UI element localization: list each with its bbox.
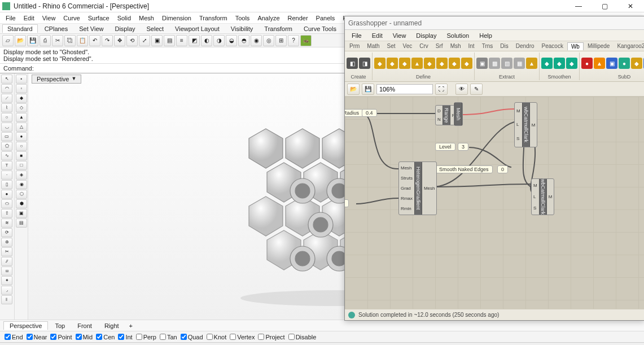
vtab-add-button[interactable]: + <box>126 322 136 330</box>
curve-icon[interactable]: ∿ <box>1 151 12 160</box>
gh-define-tool-0-icon[interactable]: ◆ <box>374 58 385 69</box>
close-button[interactable]: ✕ <box>623 2 638 10</box>
polyline-icon[interactable]: ⌇ <box>1 103 12 112</box>
gh-define-tool-1-icon[interactable]: ◆ <box>387 58 398 69</box>
boolean-icon[interactable]: ⊕ <box>1 238 12 247</box>
osnap-vertex-checkbox[interactable] <box>230 334 236 340</box>
gh-menu-solution[interactable]: Solution <box>442 31 474 40</box>
gh-cat-dendro[interactable]: Dendro <box>512 42 538 50</box>
aux-tool-5-icon[interactable]: ▲ <box>16 113 27 122</box>
osnap-project-checkbox[interactable] <box>258 334 264 340</box>
gh-define-tool-7-icon[interactable]: ◆ <box>461 58 472 69</box>
osnap-point[interactable]: Point <box>50 334 72 340</box>
gh-subd-tool-4-icon[interactable]: ◆ <box>631 58 642 69</box>
osnap-cen[interactable]: Cen <box>96 334 115 340</box>
gh-port[interactable]: Mesh <box>401 165 413 171</box>
menu-analyze[interactable]: Analyze <box>254 14 283 23</box>
aux-tool-13-icon[interactable]: ⬡ <box>16 190 27 199</box>
aux-tool-10-icon[interactable]: □ <box>16 161 27 170</box>
gh-extract-tool-3-icon[interactable]: ▦ <box>514 58 525 69</box>
osnap-vertex[interactable]: Vertex <box>230 334 255 340</box>
tab-viewport-layout[interactable]: Viewport Layout <box>170 25 224 33</box>
gh-extract-tool-0-icon[interactable]: ▣ <box>476 58 488 69</box>
osnap-mid[interactable]: Mid <box>76 334 93 340</box>
gh-cat-millipede[interactable]: Millipede <box>584 42 613 50</box>
gh-extract-tool-2-icon[interactable]: ▧ <box>501 58 512 69</box>
vtab-top[interactable]: Top <box>49 322 71 330</box>
osnap-int-checkbox[interactable] <box>118 334 124 340</box>
gh-radius-input-label[interactable]: Radius <box>345 109 363 117</box>
fillet-icon[interactable]: ◞ <box>1 286 12 295</box>
cylinder-icon[interactable]: ⬭ <box>1 199 12 208</box>
gh-canvas[interactable]: Radius 0.4 DN Range R Mesh MLS wbCatmull… <box>345 97 644 309</box>
explode-icon[interactable]: ✦ <box>1 276 12 285</box>
tool-ungroup-icon[interactable]: ▤ <box>164 35 175 46</box>
tab-curve-tools[interactable]: Curve Tools <box>299 25 341 33</box>
gh-mesh-node[interactable]: Mesh <box>454 102 463 126</box>
gh-heterogen-gradient-node[interactable]: MeshStrutsGradRmaxRmin HeterogenGradient… <box>398 161 437 215</box>
gh-title-bar[interactable]: Grasshopper - unnamed <box>345 16 644 30</box>
tool-generic-4-icon[interactable]: ◓ <box>238 35 249 46</box>
tool-new-icon[interactable]: ▱ <box>2 35 14 46</box>
tool-render-icon[interactable]: ◉ <box>251 35 262 46</box>
menu-tools[interactable]: Tools <box>232 14 253 23</box>
menu-curve[interactable]: Curve <box>60 14 83 23</box>
lasso-icon[interactable]: ◠ <box>1 84 12 93</box>
osnap-point-checkbox[interactable] <box>50 334 56 340</box>
gh-smoothen-tool-2-icon[interactable]: ◆ <box>566 58 577 69</box>
offset-icon[interactable]: ⫴ <box>1 295 12 304</box>
aux-tool-2-icon[interactable]: ▫ <box>16 84 27 93</box>
tool-generic-3-icon[interactable]: ◒ <box>226 35 237 46</box>
viewport-dropdown-icon[interactable]: ▼ <box>71 76 76 82</box>
gh-cat-peacock[interactable]: Peacock <box>538 42 567 50</box>
tab-display[interactable]: Display <box>110 25 139 33</box>
aux-tool-11-icon[interactable]: ◈ <box>16 171 27 180</box>
gh-level-label[interactable]: Level <box>435 143 455 151</box>
gh-define-tool-5-icon[interactable]: ◆ <box>436 58 448 69</box>
tool-help-icon[interactable]: ? <box>288 35 299 46</box>
trim-icon[interactable]: ✂ <box>1 247 12 256</box>
point-icon[interactable]: · <box>1 171 12 180</box>
tool-cut-icon[interactable]: ✂ <box>52 35 63 46</box>
revolve-icon[interactable]: ⟳ <box>1 228 12 237</box>
tool-properties-icon[interactable]: ◩ <box>189 35 200 46</box>
pointer-icon[interactable]: ↖ <box>1 75 12 84</box>
gh-subd-tool-1-icon[interactable]: ▲ <box>594 58 605 69</box>
gh-cat-dis[interactable]: Dis <box>497 42 511 50</box>
join-icon[interactable]: ⧈ <box>1 267 12 276</box>
menu-transform[interactable]: Transform <box>196 14 231 23</box>
osnap-tan[interactable]: Tan <box>160 334 177 340</box>
gh-define-tool-6-icon[interactable]: ◆ <box>449 58 460 69</box>
gh-cell-panel[interactable]: 0 <box>345 199 349 207</box>
gh-cat-crv[interactable]: Crv <box>416 42 432 50</box>
aux-tool-8-icon[interactable]: ○ <box>16 142 27 151</box>
gh-cat-trns[interactable]: Trns <box>479 42 497 50</box>
gh-cat-msh[interactable]: Msh <box>447 42 465 50</box>
aux-tool-1-icon[interactable]: ▪ <box>16 75 27 84</box>
aux-tool-12-icon[interactable]: ◉ <box>16 180 27 189</box>
tool-print-icon[interactable]: ⎙ <box>40 35 51 46</box>
sphere-icon[interactable]: ● <box>1 190 12 199</box>
gh-port[interactable]: Mesh <box>424 186 435 191</box>
box-icon[interactable]: ▯ <box>1 180 12 189</box>
tool-copy-icon[interactable]: ⿻ <box>64 35 76 46</box>
tab-standard[interactable]: Standard <box>2 24 38 33</box>
gh-cat-srf[interactable]: Srf <box>432 42 446 50</box>
tool-open-icon[interactable]: 📂 <box>15 35 26 46</box>
tab-select[interactable]: Select <box>142 25 169 33</box>
tab-visibility[interactable]: Visibility <box>226 25 258 33</box>
tab-cplanes[interactable]: CPlanes <box>40 25 73 33</box>
tool-wireframe-icon[interactable]: ⊞ <box>275 35 287 46</box>
minimize-button[interactable]: — <box>571 2 586 10</box>
gh-port[interactable]: Grad <box>401 186 413 191</box>
gh-catmullclark-node-1[interactable]: MLS wbCatmullClark M <box>514 102 537 147</box>
aux-tool-14-icon[interactable]: ⬢ <box>16 199 27 208</box>
text-icon[interactable]: T <box>1 161 12 170</box>
arc-icon[interactable]: ◡ <box>1 123 12 132</box>
line-icon[interactable]: ⟋ <box>1 94 12 103</box>
gh-port[interactable]: Rmax <box>401 196 413 201</box>
gh-define-tool-3-icon[interactable]: ▲ <box>411 58 423 69</box>
aux-tool-4-icon[interactable]: ◇ <box>16 103 27 112</box>
gh-menu-display[interactable]: Display <box>411 31 441 40</box>
osnap-near-checkbox[interactable] <box>27 334 33 340</box>
